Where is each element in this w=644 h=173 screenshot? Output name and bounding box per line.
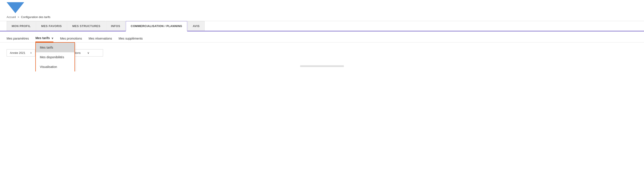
actions-chevron: ∨ [87, 51, 90, 54]
tab-mes-structures[interactable]: MES STRUCTURES [67, 21, 106, 31]
logo-icon [6, 2, 24, 13]
scroll-indicator [300, 65, 344, 67]
filter-row: Année 2021 ∨ Rechercher Actions ∨ [6, 49, 638, 56]
main-tabs: MON PROFIL MES FAVORIS MES STRUCTURES IN… [0, 21, 644, 32]
dropdown-item-visualisation[interactable]: Visualisation [36, 62, 74, 72]
tab-infos[interactable]: INFOS [106, 21, 125, 31]
logo-area [0, 0, 644, 13]
tab-mes-favoris[interactable]: MES FAVORIS [36, 21, 67, 31]
sub-nav-mes-reservations[interactable]: Mes réservations [88, 35, 112, 42]
sub-nav-mes-tarifs[interactable]: Mes tarifs ∨ [36, 34, 54, 42]
sub-nav-mes-supplements[interactable]: Mes suppléments [119, 35, 143, 42]
sub-nav: Mes paramètres Mes tarifs ∨ Mes tarifs M… [0, 32, 644, 42]
breadcrumb-separator: > [18, 16, 19, 19]
tab-avis[interactable]: AVIS [188, 21, 205, 31]
sub-nav-mes-tarifs-wrapper: Mes tarifs ∨ Mes tarifs Mes disponibilit… [36, 34, 54, 42]
breadcrumb: Accueil > Configuration des tarifs [0, 13, 644, 21]
dropdown-item-mes-disponibilites[interactable]: Mes disponibilités [36, 52, 74, 62]
year-select-label: Année 2021 [10, 51, 25, 54]
year-select-chevron: ∨ [30, 52, 32, 54]
sub-nav-mes-promotions[interactable]: Mes promotions [60, 35, 82, 42]
tab-commercialisation-planning[interactable]: COMMERCIALISATION / PLANNING [126, 21, 187, 32]
content-area: Année 2021 ∨ Rechercher Actions ∨ [0, 42, 644, 72]
mes-tarifs-chevron: ∨ [52, 37, 54, 40]
tab-mon-profil[interactable]: MON PROFIL [6, 21, 36, 31]
breadcrumb-home[interactable]: Accueil [6, 16, 16, 19]
sub-nav-mes-parametres[interactable]: Mes paramètres [6, 35, 29, 42]
breadcrumb-current: Configuration des tarifs [21, 16, 50, 19]
year-select[interactable]: Année 2021 ∨ [6, 49, 35, 56]
svg-marker-0 [6, 2, 24, 13]
mes-tarifs-dropdown: Mes tarifs Mes disponibilités Visualisat… [36, 42, 75, 72]
dropdown-item-mes-tarifs[interactable]: Mes tarifs [36, 43, 74, 52]
